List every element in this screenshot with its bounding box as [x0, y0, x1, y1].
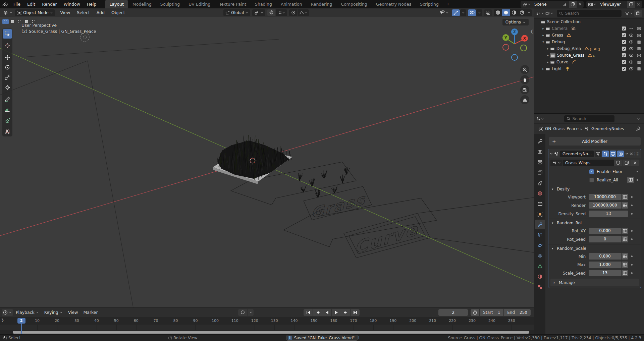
- tool-measure-button[interactable]: [3, 105, 12, 114]
- tool-select-box-button[interactable]: [3, 29, 12, 39]
- options-button[interactable]: Options: [502, 19, 529, 25]
- shading-dropdown[interactable]: [526, 9, 532, 16]
- animate-dot[interactable]: [631, 238, 633, 240]
- checkbox-realize_all[interactable]: [589, 178, 594, 182]
- tab-rendering[interactable]: Rendering: [307, 0, 337, 8]
- outliner-row-debug_area[interactable]: ▸Debug_Area3a2: [534, 45, 644, 52]
- value-field-density_seed[interactable]: 13: [589, 211, 628, 217]
- properties-tab-view-layer[interactable]: [535, 168, 545, 177]
- shading-wireframe-button[interactable]: [494, 9, 502, 16]
- snap-with-dropdown[interactable]: [276, 9, 287, 16]
- frame-start-field[interactable]: Start1: [480, 309, 503, 316]
- hide-eye-icon[interactable]: [629, 40, 634, 44]
- menu-render[interactable]: Render: [39, 2, 60, 7]
- delete-modifier-icon[interactable]: [630, 152, 633, 156]
- navigation-gizmo[interactable]: Z Y X: [498, 26, 531, 66]
- viewport-menu-select[interactable]: Select: [73, 8, 93, 17]
- scene-name[interactable]: Scene: [532, 2, 561, 7]
- menu-file[interactable]: File: [10, 2, 24, 7]
- disclosure-right-icon[interactable]: ▸: [541, 27, 545, 30]
- viewlayer-name[interactable]: ViewLayer: [598, 2, 627, 7]
- timeline-ruler[interactable]: 1020304050607080901001101201301401501601…: [0, 317, 534, 325]
- edit-mode-display-toggle[interactable]: [595, 151, 601, 157]
- jump-to-start-button[interactable]: [304, 309, 313, 316]
- duplicate-node-group-button[interactable]: [623, 160, 631, 166]
- node-group-selector[interactable]: [550, 160, 562, 166]
- play-reverse-button[interactable]: [322, 309, 331, 316]
- prev-keyframe-button[interactable]: [313, 309, 322, 316]
- viewlayer-selector[interactable]: ViewLayer: [586, 1, 642, 8]
- value-field-render[interactable]: 100000.000: [589, 202, 621, 209]
- attribute-toggle-icon[interactable]: [622, 194, 628, 200]
- exclude-checkbox[interactable]: [622, 67, 626, 71]
- editor-type-button[interactable]: [1, 9, 14, 16]
- menu-edit[interactable]: Edit: [24, 2, 39, 7]
- tool-transform-button[interactable]: [3, 83, 12, 92]
- timeline-track-area[interactable]: 1020304050607080901001101201301401501601…: [0, 317, 534, 334]
- outliner-editor-type-button[interactable]: [536, 10, 544, 17]
- value-field-scale_seed[interactable]: 13: [589, 270, 621, 276]
- exclude-checkbox[interactable]: [622, 53, 626, 57]
- attribute-toggle-icon[interactable]: [622, 236, 628, 242]
- animate-dot[interactable]: [631, 272, 633, 274]
- value-field-viewport[interactable]: 10000.000: [589, 194, 621, 200]
- tool-scissors-button[interactable]: [3, 126, 12, 136]
- render-visibility-icon[interactable]: [637, 26, 641, 31]
- disclosure-right-icon[interactable]: ▸: [541, 67, 545, 70]
- breadcrumb-data[interactable]: GeometryNodes: [591, 126, 624, 131]
- render-visibility-icon[interactable]: [637, 40, 641, 45]
- xray-toggle[interactable]: [484, 9, 492, 16]
- value-field-rot_seed[interactable]: 0: [589, 236, 621, 242]
- jump-to-end-button[interactable]: [351, 309, 360, 316]
- tab-compositing[interactable]: Compositing: [336, 0, 371, 8]
- shading-rendered-button[interactable]: [518, 9, 526, 16]
- scene-icon[interactable]: [521, 1, 532, 8]
- section-desity[interactable]: ▾Desity: [548, 185, 641, 193]
- pin-icon[interactable]: [636, 126, 641, 131]
- hide-eye-icon[interactable]: [629, 26, 634, 31]
- disclosure-right-icon[interactable]: ▸: [546, 54, 550, 57]
- unlink-node-group-button[interactable]: [631, 160, 639, 166]
- scene-selector[interactable]: Scene: [521, 1, 584, 8]
- attribute-toggle-icon[interactable]: [622, 228, 628, 234]
- camera-view-button[interactable]: [520, 85, 529, 94]
- timeline-menu-marker[interactable]: Marker: [80, 310, 100, 315]
- new-collection-button[interactable]: [634, 10, 642, 17]
- shading-solid-button[interactable]: [502, 9, 510, 16]
- snap-target-dropdown[interactable]: [252, 9, 265, 16]
- properties-tab-tool[interactable]: [535, 136, 545, 146]
- properties-search-input[interactable]: Search: [564, 115, 614, 122]
- outliner-row-scene-collection[interactable]: Scene Collection: [534, 18, 644, 25]
- properties-options-dropdown[interactable]: [634, 115, 642, 122]
- menu-window[interactable]: Window: [60, 2, 84, 7]
- render-visibility-icon[interactable]: [637, 53, 641, 58]
- exclude-checkbox[interactable]: [622, 26, 626, 31]
- outliner-filter-button[interactable]: [625, 10, 633, 17]
- render-visibility-icon[interactable]: [637, 33, 641, 38]
- cage-display-toggle[interactable]: [602, 151, 608, 157]
- proportional-editing-toggle[interactable]: [289, 9, 297, 16]
- animate-dot[interactable]: [631, 213, 633, 215]
- value-field-min[interactable]: 0.800: [589, 253, 621, 260]
- tab-modeling[interactable]: Modeling: [128, 0, 156, 8]
- attribute-toggle-icon[interactable]: [622, 262, 628, 268]
- tool-move-button[interactable]: [3, 53, 12, 62]
- properties-tab-modifiers[interactable]: [535, 220, 545, 229]
- section-random_scale[interactable]: ▾Random_Scale: [548, 244, 641, 252]
- modifier-drag-handle[interactable]: ::::::::: [634, 152, 640, 156]
- timeline-editor-type-button[interactable]: [2, 309, 13, 316]
- next-keyframe-button[interactable]: [341, 309, 350, 316]
- auto-keying-toggle[interactable]: [238, 309, 247, 316]
- outliner-display-mode-button[interactable]: [545, 10, 553, 17]
- viewlayer-icon[interactable]: [586, 1, 598, 8]
- tool-rotate-button[interactable]: [3, 63, 12, 72]
- timeline-menu-keying[interactable]: Keying: [42, 310, 65, 315]
- timeline-scrollbar[interactable]: [0, 330, 534, 334]
- fake-user-shield-toggle[interactable]: [614, 160, 622, 166]
- properties-tab-output[interactable]: [535, 157, 545, 167]
- current-frame-field[interactable]: 2: [438, 309, 468, 316]
- render-display-toggle[interactable]: [617, 151, 624, 157]
- tool-cursor-button[interactable]: [3, 41, 12, 50]
- tab-texture-paint[interactable]: Texture Paint: [215, 0, 251, 8]
- animate-dot[interactable]: [637, 171, 638, 172]
